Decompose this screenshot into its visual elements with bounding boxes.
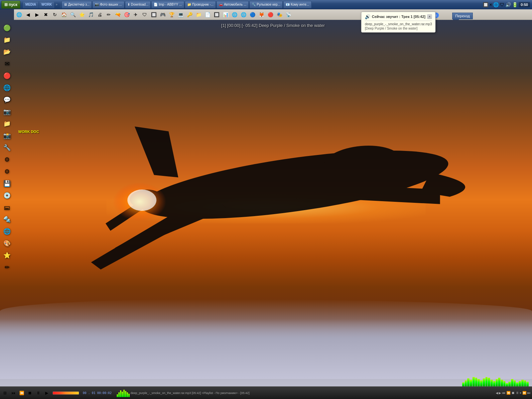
bottom-icon-5[interactable]: ▶ [43,389,50,397]
taskbar-tab-abbyy[interactable]: 📄 tmp - ABBYY ... [151,1,184,8]
toolbar-icon-trophy[interactable]: 🏆 [167,10,176,19]
eq-bar-5 [123,390,125,397]
sidebar-icon-red-circle[interactable]: 🔴 [2,70,12,81]
toolbar-icon-cpu[interactable]: 💻 [176,10,185,19]
toolbar-icon-plane[interactable]: ✈ [131,10,140,19]
network-icon[interactable]: 🌐 [493,2,499,7]
spectrum-bar-3 [470,380,472,386]
toolbar-icon-ie2[interactable]: 🔵 [248,10,257,19]
abbyy-icon: 📄 [154,3,158,6]
taskbar-tab-rulewo[interactable]: 🔧 Рульовое кер... [249,1,283,8]
taskbar-tab-komu[interactable]: 📧 Кому инте... [283,1,312,8]
work-doc-icon[interactable]: WORK DOC [18,130,39,134]
start-button[interactable]: ⊞ пуск [1,1,20,9]
toolbar-icon-search[interactable]: 🔍 [68,10,77,19]
sidebar-icon-screenshot[interactable]: 📸 [2,130,12,141]
toolbar-icon-media[interactable]: 🎵 [86,10,95,19]
toolbar-icon-firefox[interactable]: 🦊 [257,10,266,19]
bottom-play-btn[interactable]: ⏮ ⏪ ⏹ ⏸ ▶ ⏩ ⏭ [502,391,531,395]
sidebar-icon-green-circle[interactable]: 🟢 [2,23,12,33]
spectrum-bar-25 [526,382,529,386]
work-button[interactable]: WORK [39,1,55,8]
bottom-icon-1[interactable]: ⏮ [10,389,17,397]
tooltip-close-button[interactable]: × [427,14,432,19]
more-indicator: » [55,1,58,8]
toolbar-icon-refresh[interactable]: ↻ [51,10,59,19]
spectrum-bar-21 [516,382,518,386]
toolbar-icon-max[interactable]: 🔲 [212,10,221,19]
jet-silhouette [43,80,479,299]
sidebar-icon-brush[interactable]: 🎨 [2,238,12,249]
sidebar-icon-settings[interactable]: ⚙ [2,154,12,165]
toolbar-icon-gun[interactable]: 🔫 [113,10,122,19]
sidebar-icon-settings2[interactable]: ⚙ [2,166,12,177]
sidebar-icon-mail[interactable]: ✉ [2,59,12,69]
sidebar-icon-folder2[interactable]: 📂 [2,47,12,57]
bottom-icon-3[interactable]: ⏹ [26,389,34,397]
sidebar-icon-camera[interactable]: 📷 [2,106,12,117]
tray-icon-2[interactable]: × [489,2,492,7]
sidebar-icon-chat[interactable]: 💬 [2,94,12,105]
sidebar-icon-folder[interactable]: 📁 [2,35,12,45]
toolbar-icon-stop[interactable]: ✖ [42,10,50,19]
taskbar-tab-auto[interactable]: 🚗 Автомобиль ... [216,1,249,8]
track-title-text: [1] [00:00] [- 05:42] Deep Purple / Smok… [221,23,325,28]
spectrum-bar-12 [493,381,495,386]
toolbar-icon-chart[interactable]: 📊 [221,10,230,19]
taskbar-tab-dispatcher[interactable]: 🖥 Диспетчер з... [62,1,92,8]
toolbar-icon-forward[interactable]: ▶ [33,10,41,19]
sound-icon[interactable]: 🔊 [505,2,511,7]
toolbar-icon-shield[interactable]: 🛡 [140,10,149,19]
toolbar-icon-fav[interactable]: ⭐ [77,10,86,19]
desktop-background: WORK DOC [0,0,532,399]
bottom-icon-start[interactable]: ⊞ [1,389,9,397]
sidebar-icon-gear[interactable]: 🔩 [2,214,12,225]
toolbar-icon-tank[interactable]: 🔲 [149,10,158,19]
spectrum-bar-17 [506,383,508,386]
toolbar-icon-home[interactable]: 🏠 [60,10,68,19]
toolbar-icon-target[interactable]: 🎯 [122,10,131,19]
toolbar-icon-globe[interactable]: 🌐 [15,10,23,19]
taskbar-tab-download[interactable]: ⬇ Download... [125,1,151,8]
sidebar-icon-drive[interactable]: 🖴 [2,202,12,213]
system-clock: 0:50 [519,2,530,7]
transition-button[interactable]: Переход [452,13,473,19]
toolbar-icon-ie[interactable]: 🌐 [239,10,248,19]
bottom-icon-2[interactable]: ⏪ [18,389,25,397]
bottom-icon-4[interactable]: ⏸ [35,389,42,397]
toolbar-icon-net[interactable]: 📡 [284,10,293,19]
sidebar-icon-folder-yellow[interactable]: 📁 [2,118,12,129]
sidebar-icon-pen[interactable]: ✏ [2,262,12,273]
toolbar-icon-game[interactable]: 🎮 [158,10,167,19]
taskbar-tab-photo[interactable]: 📷 Фото ваших ... [92,1,124,8]
tray-icon-1[interactable]: 🔲 [483,2,488,7]
toolbar-icon-doc[interactable]: 📄 [203,10,212,19]
spectrum-bar-2 [467,378,469,386]
spectrum-bar-10 [488,378,490,386]
toolbar-icon-print[interactable]: 🖨 [95,10,104,19]
sidebar-icon-globe[interactable]: 🌐 [2,82,12,93]
speaker-icon: 🔊 [365,14,370,19]
spectrum-bar-24 [524,380,526,386]
sidebar-icon-tools[interactable]: 🔧 [2,142,12,153]
media-button[interactable]: MEDIA [23,1,38,8]
toolbar-icon-edit[interactable]: ✏ [104,10,113,19]
sidebar-icon-cdrom[interactable]: 💿 [2,190,12,201]
antivirus-icon[interactable]: 🛡 [500,2,504,7]
progress-section [53,391,79,395]
sidebar-icon-network[interactable]: 🌐 [2,226,12,237]
spectrum-bar-1 [465,380,467,386]
toolbar-icon-folder[interactable]: 📁 [194,10,203,19]
sidebar-icon-disk[interactable]: 💾 [2,178,12,189]
spectrum-bar-22 [519,381,521,386]
spectrum-bar-6 [477,379,480,386]
toolbar-icon-sphere[interactable]: 🌐 [230,10,239,19]
taskbar-tab-explorer[interactable]: 📁 Проводник -... [185,1,216,8]
toolbar-icon-back[interactable]: ◀ [24,10,32,19]
toolbar-icon-key[interactable]: 🔑 [185,10,194,19]
toolbar-icon-opera[interactable]: 🎭 [275,10,284,19]
volume-bar[interactable] [53,391,79,395]
battery-icon[interactable]: 🔋 [512,2,518,7]
sidebar-icon-star[interactable]: ⭐ [2,250,12,261]
toolbar-icon-chrome[interactable]: 🔴 [266,10,275,19]
